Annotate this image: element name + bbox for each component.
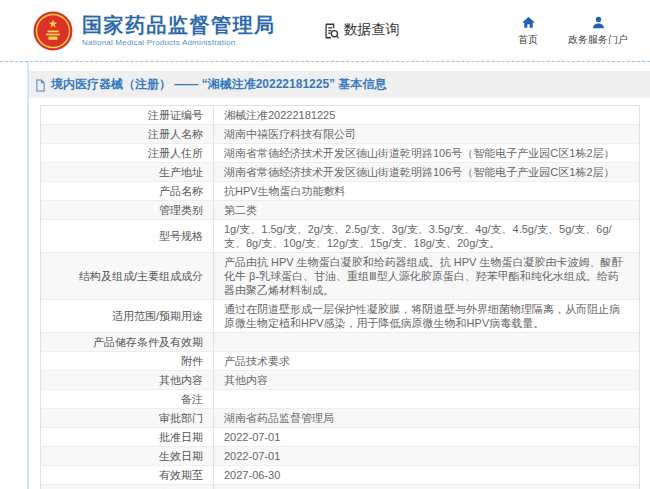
page-title-bar: 境内医疗器械（注册） —— “湘械注准20222181225” 基本信息 (29, 71, 650, 98)
nav-portal[interactable]: 政务服务门户 (568, 15, 628, 47)
row-value: 湖南省常德经济技术开发区德山街道乾明路106号（智能电子产业园C区1栋2层） (214, 163, 640, 182)
row-value (214, 485, 640, 489)
row-label: 适用范围/预期用途 (41, 300, 214, 333)
content-area: 境内医疗器械（注册） —— “湘械注准20222181225” 基本信息 注册证… (27, 62, 650, 489)
row-value: 湖南省常德经济技术开发区德山街道乾明路106号（智能电子产业园C区1栋2层） (214, 144, 640, 163)
row-label: 产品名称 (41, 182, 214, 201)
nav-home[interactable]: 首页 (518, 15, 538, 47)
table-row: 管理类别第二类 (41, 201, 640, 220)
table-row: 注册证编号湘械注准20222181225 (41, 106, 640, 125)
row-value: 产品由抗 HPV 生物蛋白凝胶和给药器组成。抗 HPV 生物蛋白凝胶由卡波姆、酸… (214, 253, 640, 300)
row-label: 审批部门 (41, 409, 214, 428)
nav-data-query[interactable]: 数据查询 (322, 21, 400, 39)
row-label: 注册人名称 (41, 125, 214, 144)
row-value (214, 390, 640, 409)
table-row: 其他内容其他内容 (41, 371, 640, 390)
row-label: 生效日期 (41, 447, 214, 466)
table-row: 生产地址湖南省常德经济技术开发区德山街道乾明路106号（智能电子产业园C区1栋2… (41, 163, 640, 182)
row-value (214, 333, 640, 352)
info-table-wrap: 注册证编号湘械注准20222181225注册人名称湖南中禧医疗科技有限公司注册人… (29, 98, 650, 489)
row-value: 湘械注准20222181225 (214, 106, 640, 125)
table-row: 附件产品技术要求 (41, 352, 640, 371)
row-label: 其他内容 (41, 371, 214, 390)
row-value: 第二类 (214, 201, 640, 220)
table-row: 生效日期2022-07-01 (41, 447, 640, 466)
row-value: 湖南中禧医疗科技有限公司 (214, 125, 640, 144)
row-value: 2022-07-01 (214, 428, 640, 447)
brand-logo[interactable]: 国家药品监督管理局 National Medical Products Admi… (33, 11, 276, 51)
site-header: 国家药品监督管理局 National Medical Products Admi… (0, 0, 650, 62)
row-label: 产品储存条件及有效期 (41, 333, 214, 352)
row-value: 产品技术要求 (214, 352, 640, 371)
brand-title-cn: 国家药品监督管理局 (82, 14, 276, 36)
row-value: 其他内容 (214, 371, 640, 390)
info-table-body: 注册证编号湘械注准20222181225注册人名称湖南中禧医疗科技有限公司注册人… (41, 106, 640, 489)
table-row: 结构及组成/主要组成成分产品由抗 HPV 生物蛋白凝胶和给药器组成。抗 HPV … (41, 253, 640, 300)
row-label: 有效期至 (41, 466, 214, 485)
row-label: 批准日期 (41, 428, 214, 447)
row-label: 注册证编号 (41, 106, 214, 125)
table-row: 型号规格1g/支、1.5g/支、2g/支、2.5g/支、3g/支、3.5g/支、… (41, 220, 640, 253)
row-label: 管理类别 (41, 201, 214, 220)
info-table: 注册证编号湘械注准20222181225注册人名称湖南中禧医疗科技有限公司注册人… (40, 105, 640, 489)
table-row: 审批部门湖南省药品监督管理局 (41, 409, 640, 428)
row-value: 2027-06-30 (214, 466, 640, 485)
table-row: 适用范围/预期用途通过在阴道壁形成一层保护性凝胶膜，将阴道壁与外界细菌物理隔离，… (41, 300, 640, 333)
row-value: 1g/支、1.5g/支、2g/支、2.5g/支、3g/支、3.5g/支、4g/支… (214, 220, 640, 253)
row-value: 通过在阴道壁形成一层保护性凝胶膜，将阴道壁与外界细菌物理隔离，从而阻止病原微生物… (214, 300, 640, 333)
top-nav: 首页 政务服务门户 (518, 15, 628, 47)
row-label: 结构及组成/主要组成成分 (41, 253, 214, 300)
user-icon (591, 15, 606, 30)
brand-titles: 国家药品监督管理局 National Medical Products Admi… (82, 14, 276, 48)
brand-title-en: National Medical Products Administration (82, 39, 276, 48)
row-label: 变更情况 (41, 485, 214, 489)
nav-data-query-label: 数据查询 (344, 21, 400, 39)
row-label: 备注 (41, 390, 214, 409)
document-search-icon (322, 21, 340, 39)
row-label: 注册人住所 (41, 144, 214, 163)
table-row: 批准日期2022-07-01 (41, 428, 640, 447)
home-icon (521, 15, 536, 30)
page-title: 境内医疗器械（注册） —— “湘械注准20222181225” 基本信息 (51, 76, 386, 93)
national-emblem-icon (33, 11, 73, 51)
table-row: 产品储存条件及有效期 (41, 333, 640, 352)
row-value: 2022-07-01 (214, 447, 640, 466)
row-value: 湖南省药品监督管理局 (214, 409, 640, 428)
row-label: 生产地址 (41, 163, 214, 182)
table-row: 产品名称抗HPV生物蛋白功能敷料 (41, 182, 640, 201)
nav-portal-label: 政务服务门户 (568, 33, 628, 47)
nav-home-label: 首页 (518, 33, 538, 47)
document-icon (35, 77, 46, 91)
table-row: 备注 (41, 390, 640, 409)
row-label: 型号规格 (41, 220, 214, 253)
table-row: 注册人名称湖南中禧医疗科技有限公司 (41, 125, 640, 144)
row-value: 抗HPV生物蛋白功能敷料 (214, 182, 640, 201)
table-row: 注册人住所湖南省常德经济技术开发区德山街道乾明路106号（智能电子产业园C区1栋… (41, 144, 640, 163)
table-row: 有效期至2027-06-30 (41, 466, 640, 485)
table-row: 变更情况 (41, 485, 640, 489)
row-label: 附件 (41, 352, 214, 371)
